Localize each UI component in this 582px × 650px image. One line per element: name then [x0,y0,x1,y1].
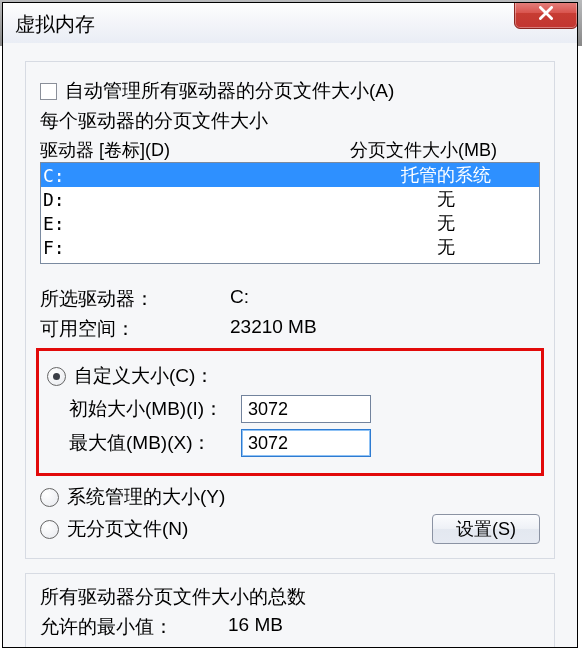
max-size-label: 最大值(MB)(X)： [69,430,241,456]
window-title: 虚拟内存 [15,11,95,38]
drive-letter: F: [41,237,353,258]
auto-manage-row[interactable]: 自动管理所有驱动器的分页文件大小(A) [40,78,540,104]
rec-row: 推荐： 2779 MB [40,644,540,647]
close-icon [539,4,553,25]
free-space-row: 可用空间： 23210 MB [40,316,540,342]
radio-none-icon [40,520,59,539]
radio-custom-label: 自定义大小(C)： [74,363,214,389]
drive-row[interactable]: E:无 [41,211,539,235]
drive-letter: C: [41,165,353,186]
client-area: 自动管理所有驱动器的分页文件大小(A) 每个驱动器的分页文件大小 驱动器 [卷标… [3,43,577,647]
group-totals: 所有驱动器分页文件大小的总数 允许的最小值： 16 MB 推荐： 2779 MB… [25,573,555,647]
set-button[interactable]: 设置(S) [432,514,540,544]
rec-label: 推荐： [40,644,228,647]
selected-drive-row: 所选驱动器： C: [40,286,540,312]
totals-caption: 所有驱动器分页文件大小的总数 [40,584,540,610]
max-size-row: 最大值(MB)(X)： [69,429,533,457]
radio-system-icon [40,488,59,507]
radio-custom-size[interactable]: 自定义大小(C)： [47,363,533,389]
min-value: 16 MB [228,614,283,640]
drive-row[interactable]: F:无 [41,235,539,259]
titlebar: 虚拟内存 [3,3,577,44]
min-label: 允许的最小值： [40,614,228,640]
radio-custom-icon [47,367,66,386]
initial-size-row: 初始大小(MB)(I)： [69,395,533,423]
min-row: 允许的最小值： 16 MB [40,614,540,640]
drive-status: 无 [353,187,539,211]
drive-letter: D: [41,189,353,210]
per-drive-caption: 每个驱动器的分页文件大小 [40,108,540,134]
header-drive: 驱动器 [卷标](D) [40,138,350,162]
drive-letter: E: [41,213,353,234]
drive-status: 无 [353,235,539,259]
header-pagesize: 分页文件大小(MB) [350,138,497,162]
close-button[interactable] [514,2,578,29]
initial-size-label: 初始大小(MB)(I)： [69,396,241,422]
dialog-window: 虚拟内存 自动管理所有驱动器的分页文件大小(A) 每个驱动器的分页文件大小 驱动… [2,2,578,648]
radio-none-label: 无分页文件(N) [67,516,188,542]
initial-size-input[interactable] [241,395,371,423]
drive-list[interactable]: C:托管的系统D:无E:无F:无 [40,162,540,264]
drive-row[interactable]: C:托管的系统 [41,163,539,187]
selected-drive-value: C: [230,286,249,312]
free-space-label: 可用空间： [40,316,230,342]
drive-status: 无 [353,211,539,235]
selected-drive-label: 所选驱动器： [40,286,230,312]
custom-size-highlight: 自定义大小(C)： 初始大小(MB)(I)： 最大值(MB)(X)： [36,348,544,476]
radio-system-managed[interactable]: 系统管理的大小(Y) [40,484,540,510]
drive-list-header: 驱动器 [卷标](D) 分页文件大小(MB) [40,138,540,162]
max-size-input[interactable] [241,429,371,457]
rec-value: 2779 MB [228,644,304,647]
auto-manage-label: 自动管理所有驱动器的分页文件大小(A) [65,78,394,104]
radio-system-label: 系统管理的大小(Y) [67,484,225,510]
free-space-value: 23210 MB [230,316,317,342]
drive-status: 托管的系统 [353,163,539,187]
group-per-drive: 自动管理所有驱动器的分页文件大小(A) 每个驱动器的分页文件大小 驱动器 [卷标… [25,61,555,559]
drive-row[interactable]: D:无 [41,187,539,211]
auto-manage-checkbox[interactable] [40,83,57,100]
